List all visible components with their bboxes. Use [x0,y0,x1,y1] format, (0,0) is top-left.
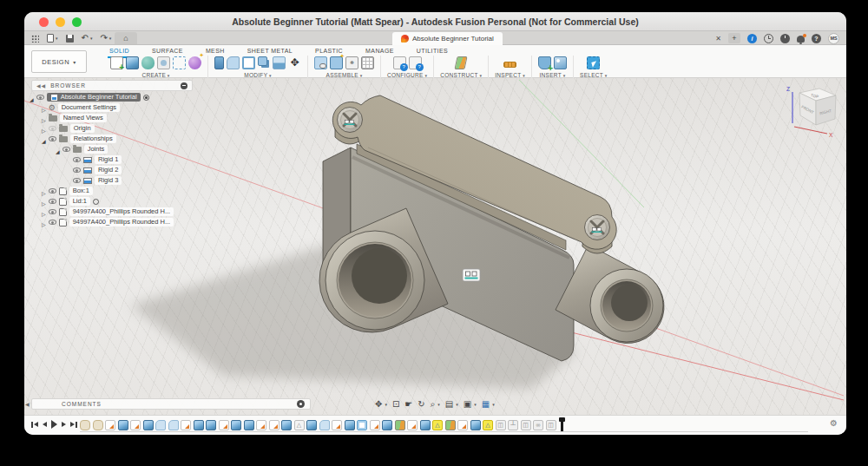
new-tab-button[interactable]: + [728,33,740,43]
extrude-icon[interactable] [126,56,139,69]
go-to-end-button[interactable] [70,422,77,428]
visibility-eye-icon[interactable] [73,167,81,173]
comments-icon[interactable] [297,400,305,408]
tree-row-lid[interactable]: Lid:1 [24,196,174,207]
play-button[interactable] [51,420,57,429]
viewports-icon[interactable]: ▣ [464,400,471,409]
close-tab-icon[interactable]: ✕ [715,35,721,43]
timeline-feature-joint[interactable] [496,420,506,430]
app-grid-icon[interactable] [31,35,39,43]
timeline-feature-form[interactable] [80,420,90,430]
configure-group-label[interactable]: CONFIGURE [387,72,427,78]
tree-row-screw-1[interactable]: 94997A400_Phillips Rounded H... [24,207,174,217]
zoom-window-button[interactable] [72,17,82,27]
timeline-settings-gear-icon[interactable]: ⚙ [830,419,838,428]
orbit-icon[interactable]: ↻ [418,400,424,409]
insert-mcmaster-icon[interactable] [538,56,551,69]
timeline-feature-extrude[interactable] [382,420,392,430]
tree-row-root[interactable]: Absolute Beginner Tutorial [24,92,174,102]
visibility-eye-icon[interactable] [62,147,70,152]
timeline-feature-sketch[interactable] [181,420,191,430]
tree-label[interactable]: Relationships [70,135,116,143]
timeline-feature-extrude[interactable] [206,420,216,430]
assemble-pattern-icon[interactable] [330,56,343,69]
go-to-start-button[interactable] [31,422,38,428]
timeline-feature-sketch[interactable] [105,420,115,430]
select-group-label[interactable]: SELECT [580,72,608,78]
timeline-feature-sketch[interactable] [269,420,279,430]
visibility-eye-icon[interactable] [73,157,81,162]
tree-row-screw-2[interactable]: 94997A400_Phillips Rounded H... [24,217,174,227]
timeline-feature-sketch[interactable] [256,420,266,430]
timeline-feature-draft[interactable] [294,420,305,430]
comments-bar[interactable]: COMMENTS [31,398,311,410]
timeline-feature-fillet[interactable] [319,420,330,430]
pattern-icon[interactable] [173,56,186,69]
timeline-feature-extrude[interactable] [244,420,254,430]
tree-row-rigid-1[interactable]: Rigid 1 [24,154,174,165]
timeline-feature-extrude[interactable] [118,420,128,430]
guidance-icon[interactable]: i [747,34,757,43]
browser-options-icon[interactable] [181,82,187,89]
file-menu-button[interactable]: ▾ [47,34,58,43]
zoom-icon[interactable]: ⌕ [431,400,436,409]
shell-icon[interactable] [242,56,255,69]
timeline-feature-extrude[interactable] [470,420,481,430]
undo-button[interactable]: ↶ ▾ [82,34,93,43]
visibility-eye-icon[interactable] [49,220,56,225]
construction-plane-icon[interactable] [455,56,468,69]
new-component-icon[interactable] [314,56,327,69]
model-canvas[interactable]: Z X TOP FRONT RIGHT ◀◀ BROWSER [24,78,846,415]
collapse-panel-icon[interactable]: ◀◀ [36,82,46,89]
visibility-eye-icon[interactable] [49,209,56,214]
document-tab[interactable]: Absolute Beginner Tutorial [392,32,503,45]
configuration-table-icon[interactable] [409,56,422,69]
root-label-pill[interactable]: Absolute Beginner Tutorial [47,93,141,102]
configuration-icon[interactable] [393,56,406,69]
timeline-playhead-marker[interactable] [561,418,563,431]
create-sketch-icon[interactable] [110,56,123,69]
close-window-button[interactable] [39,17,49,27]
tree-row-box[interactable]: Box:1 [24,186,174,196]
timeline-feature-ground[interactable] [508,420,518,430]
visibility-eye-icon[interactable] [49,199,56,204]
activate-radio-icon[interactable] [93,199,99,205]
job-status-icon[interactable] [764,34,773,43]
display-settings-icon[interactable]: ▤ [445,400,453,409]
insert-group-label[interactable]: INSERT [539,72,565,78]
help-icon[interactable]: ? [812,34,821,43]
chevron-down-icon[interactable]: ▾ [456,402,458,407]
press-pull-icon[interactable] [214,56,224,69]
joint-icon[interactable]: ⚭ [345,56,358,69]
timeline-feature-extrude[interactable] [345,420,355,430]
tree-label[interactable]: Box:1 [69,187,93,195]
timeline-feature-extrude[interactable] [306,420,317,430]
home-tab[interactable]: ⌂ [115,32,137,44]
save-button[interactable] [66,35,74,43]
move-icon[interactable]: ✥ [288,56,301,69]
collapse-comments-icon[interactable]: ◀ [25,401,30,407]
revolve-icon[interactable] [157,56,170,69]
tree-label[interactable]: Document Settings [58,103,120,112]
activate-radio-icon[interactable] [143,95,149,101]
chevron-down-icon[interactable]: ▾ [474,402,477,407]
measure-icon[interactable] [503,62,516,68]
visibility-eye-icon[interactable] [49,188,56,194]
notifications-bell-icon[interactable] [797,36,805,43]
tree-label[interactable]: Rigid 1 [95,155,122,164]
timeline-feature-extrude[interactable] [420,420,431,430]
inspect-group-label[interactable]: INSPECT [495,72,525,78]
timeline-feature-joint[interactable] [521,420,531,430]
tree-row-origin[interactable]: Origin [24,123,174,134]
step-forward-button[interactable] [62,422,66,427]
user-avatar[interactable]: MS [828,33,839,44]
primitive-icon[interactable] [188,56,201,69]
tree-label[interactable]: 94997A400_Phillips Rounded H... [69,207,174,216]
tree-label[interactable]: Joints [84,145,108,154]
fit-icon[interactable]: ✥ [375,400,382,409]
assemble-group-label[interactable]: ASSEMBLE [326,72,363,78]
tree-label[interactable]: Rigid 3 [95,176,122,185]
select-icon[interactable] [587,56,600,69]
tree-label[interactable]: 94997A400_Phillips Rounded H... [69,218,174,226]
minimize-window-button[interactable] [56,17,65,27]
